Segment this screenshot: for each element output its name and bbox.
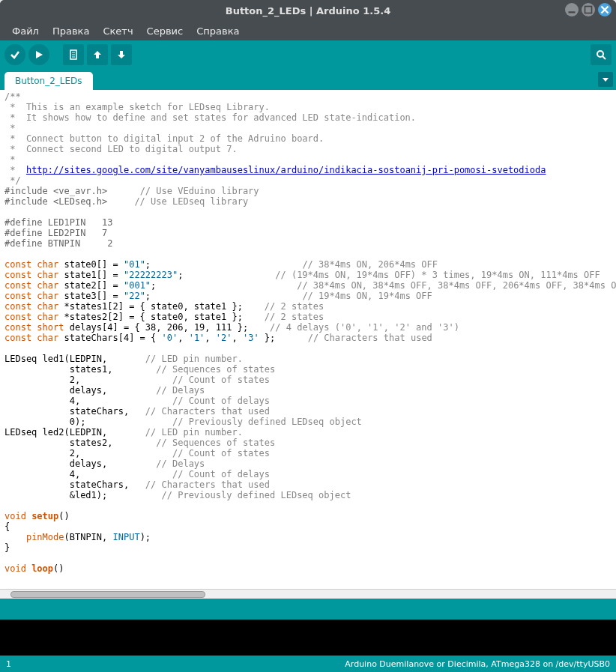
scrollbar-thumb[interactable] xyxy=(10,591,205,598)
tab-bar: Button_2_LEDs xyxy=(0,69,616,90)
console-output[interactable] xyxy=(0,620,616,656)
status-bar: 1 Arduino Duemilanove or Diecimila, ATme… xyxy=(0,656,616,672)
code-content[interactable]: /** * This is an example sketch for LEDs… xyxy=(0,90,616,588)
menu-edit[interactable]: Правка xyxy=(46,23,95,39)
close-button[interactable] xyxy=(598,3,612,16)
toolbar xyxy=(0,40,616,69)
menu-sketch[interactable]: Скетч xyxy=(97,23,139,39)
svg-marker-9 xyxy=(94,51,101,58)
status-area xyxy=(0,599,616,620)
svg-marker-13 xyxy=(603,78,609,82)
new-button[interactable] xyxy=(63,44,84,65)
application-window: Button_2_LEDs | Arduino 1.5.4 Файл Правк… xyxy=(0,0,616,672)
maximize-button[interactable] xyxy=(582,3,595,16)
svg-point-11 xyxy=(597,51,603,57)
tab-active[interactable]: Button_2_LEDs xyxy=(4,72,93,90)
code-link[interactable]: http://sites.google.com/site/vanyambause… xyxy=(26,165,546,175)
status-board-info: Arduino Duemilanove or Diecimila, ATmega… xyxy=(345,659,610,669)
verify-button[interactable] xyxy=(4,44,25,65)
status-line-number: 1 xyxy=(6,659,11,669)
save-button[interactable] xyxy=(111,44,132,65)
serial-monitor-button[interactable] xyxy=(591,44,612,65)
open-button[interactable] xyxy=(87,44,108,65)
menu-tools[interactable]: Сервис xyxy=(141,23,190,39)
window-controls xyxy=(565,3,612,16)
svg-marker-10 xyxy=(118,51,125,58)
menu-file[interactable]: Файл xyxy=(6,23,45,39)
tab-menu-button[interactable] xyxy=(598,72,613,87)
minimize-button[interactable] xyxy=(565,3,579,16)
title-bar: Button_2_LEDs | Arduino 1.5.4 xyxy=(0,0,616,21)
svg-line-12 xyxy=(603,56,606,59)
upload-button[interactable] xyxy=(28,44,49,65)
code-editor[interactable]: /** * This is an example sketch for LEDs… xyxy=(0,90,616,599)
svg-marker-4 xyxy=(36,51,43,58)
menu-help[interactable]: Справка xyxy=(190,23,245,39)
window-title: Button_2_LEDs | Arduino 1.5.4 xyxy=(226,5,391,16)
horizontal-scrollbar[interactable] xyxy=(0,589,616,599)
svg-rect-1 xyxy=(585,7,592,13)
menu-bar: Файл Правка Скетч Сервис Справка xyxy=(0,21,616,40)
